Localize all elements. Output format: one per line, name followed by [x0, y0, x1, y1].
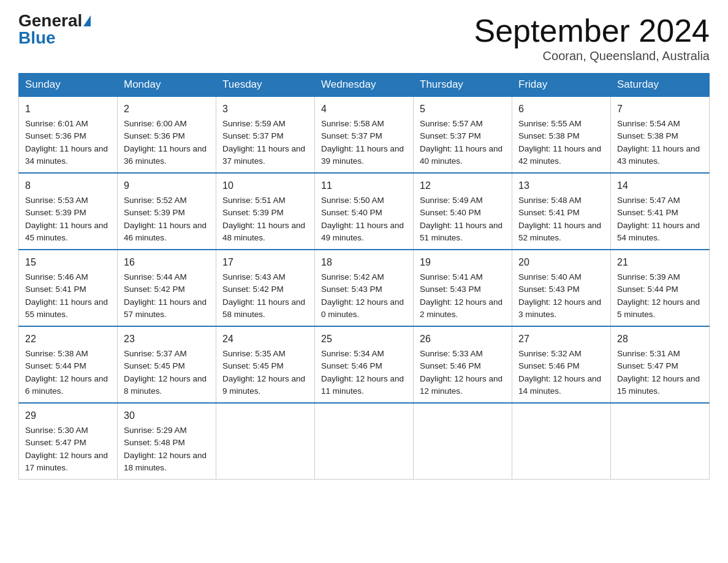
calendar-header-saturday: Saturday — [611, 74, 710, 97]
daylight-info: Daylight: 11 hours and 51 minutes. — [420, 220, 506, 245]
day-number: 19 — [420, 255, 506, 270]
calendar-week-row: 22Sunrise: 5:38 AMSunset: 5:44 PMDayligh… — [19, 326, 710, 403]
calendar-cell: 22Sunrise: 5:38 AMSunset: 5:44 PMDayligh… — [19, 326, 118, 403]
sunset-info: Sunset: 5:40 PM — [321, 207, 407, 219]
calendar-cell: 11Sunrise: 5:50 AMSunset: 5:40 PMDayligh… — [315, 173, 414, 250]
day-number: 21 — [617, 255, 703, 270]
daylight-info: Daylight: 11 hours and 40 minutes. — [420, 143, 506, 168]
sunrise-info: Sunrise: 5:53 AM — [25, 194, 111, 207]
day-number: 25 — [321, 332, 407, 347]
daylight-info: Daylight: 12 hours and 14 minutes. — [518, 373, 604, 398]
day-number: 26 — [420, 332, 506, 347]
daylight-info: Daylight: 11 hours and 36 minutes. — [124, 143, 210, 168]
sunset-info: Sunset: 5:41 PM — [518, 207, 604, 219]
sunset-info: Sunset: 5:44 PM — [25, 360, 111, 372]
daylight-info: Daylight: 12 hours and 12 minutes. — [420, 373, 506, 398]
calendar-cell: 18Sunrise: 5:42 AMSunset: 5:43 PMDayligh… — [315, 250, 414, 326]
daylight-info: Daylight: 11 hours and 49 minutes. — [321, 220, 407, 245]
sunrise-info: Sunrise: 5:30 AM — [25, 424, 111, 437]
sunset-info: Sunset: 5:41 PM — [25, 283, 111, 296]
day-number: 14 — [617, 178, 703, 193]
page-header: General Blue September 2024 Cooran, Quee… — [18, 12, 710, 63]
calendar-cell: 2Sunrise: 6:00 AMSunset: 5:36 PMDaylight… — [118, 96, 216, 173]
calendar-cell: 28Sunrise: 5:31 AMSunset: 5:47 PMDayligh… — [611, 326, 710, 403]
daylight-info: Daylight: 12 hours and 3 minutes. — [518, 296, 604, 321]
daylight-info: Daylight: 12 hours and 8 minutes. — [124, 373, 210, 398]
sunrise-info: Sunrise: 5:44 AM — [124, 271, 210, 283]
calendar-cell: 29Sunrise: 5:30 AMSunset: 5:47 PMDayligh… — [19, 403, 118, 480]
calendar-header-row: SundayMondayTuesdayWednesdayThursdayFrid… — [19, 74, 710, 97]
sunrise-info: Sunrise: 6:01 AM — [25, 118, 111, 130]
calendar-cell: 14Sunrise: 5:47 AMSunset: 5:41 PMDayligh… — [611, 173, 710, 250]
calendar-cell: 30Sunrise: 5:29 AMSunset: 5:48 PMDayligh… — [118, 403, 216, 480]
sunrise-info: Sunrise: 5:33 AM — [420, 348, 506, 360]
day-number: 29 — [25, 408, 111, 423]
logo-blue-text: Blue — [18, 29, 56, 47]
calendar-cell: 1Sunrise: 6:01 AMSunset: 5:36 PMDaylight… — [19, 96, 118, 173]
sunrise-info: Sunrise: 5:43 AM — [222, 271, 308, 283]
sunset-info: Sunset: 5:47 PM — [25, 437, 111, 449]
sunset-info: Sunset: 5:39 PM — [124, 207, 210, 219]
daylight-info: Daylight: 12 hours and 5 minutes. — [617, 296, 703, 321]
sunrise-info: Sunrise: 5:52 AM — [124, 194, 210, 207]
daylight-info: Daylight: 12 hours and 2 minutes. — [420, 296, 506, 321]
calendar-cell: 23Sunrise: 5:37 AMSunset: 5:45 PMDayligh… — [118, 326, 216, 403]
sunset-info: Sunset: 5:38 PM — [617, 130, 703, 142]
sunrise-info: Sunrise: 5:54 AM — [617, 118, 703, 130]
day-number: 17 — [222, 255, 308, 270]
logo-triangle-icon — [83, 15, 91, 26]
calendar-cell: 20Sunrise: 5:40 AMSunset: 5:43 PMDayligh… — [512, 250, 611, 326]
sunrise-info: Sunrise: 5:48 AM — [518, 194, 604, 207]
daylight-info: Daylight: 12 hours and 18 minutes. — [124, 450, 210, 475]
day-number: 30 — [124, 408, 210, 423]
day-number: 13 — [518, 178, 604, 193]
calendar-cell: 19Sunrise: 5:41 AMSunset: 5:43 PMDayligh… — [414, 250, 512, 326]
sunset-info: Sunset: 5:41 PM — [617, 207, 703, 219]
calendar-header-friday: Friday — [512, 74, 611, 97]
calendar-week-row: 29Sunrise: 5:30 AMSunset: 5:47 PMDayligh… — [19, 403, 710, 480]
sunset-info: Sunset: 5:48 PM — [124, 437, 210, 449]
day-number: 15 — [25, 255, 111, 270]
sunrise-info: Sunrise: 5:39 AM — [617, 271, 703, 283]
calendar-cell — [414, 403, 512, 480]
sunrise-info: Sunrise: 5:58 AM — [321, 118, 407, 130]
sunset-info: Sunset: 5:40 PM — [420, 207, 506, 219]
sunset-info: Sunset: 5:39 PM — [222, 207, 308, 219]
calendar-cell: 25Sunrise: 5:34 AMSunset: 5:46 PMDayligh… — [315, 326, 414, 403]
calendar-header-sunday: Sunday — [19, 74, 118, 97]
sunset-info: Sunset: 5:46 PM — [420, 360, 506, 372]
sunset-info: Sunset: 5:37 PM — [420, 130, 506, 142]
calendar-cell: 15Sunrise: 5:46 AMSunset: 5:41 PMDayligh… — [19, 250, 118, 326]
calendar-week-row: 15Sunrise: 5:46 AMSunset: 5:41 PMDayligh… — [19, 250, 710, 326]
calendar-cell — [315, 403, 414, 480]
day-number: 4 — [321, 102, 407, 117]
sunset-info: Sunset: 5:47 PM — [617, 360, 703, 372]
logo-general-text: General — [18, 12, 82, 29]
sunset-info: Sunset: 5:37 PM — [222, 130, 308, 142]
day-number: 5 — [420, 102, 506, 117]
calendar-week-row: 1Sunrise: 6:01 AMSunset: 5:36 PMDaylight… — [19, 96, 710, 173]
calendar-cell: 24Sunrise: 5:35 AMSunset: 5:45 PMDayligh… — [216, 326, 315, 403]
sunset-info: Sunset: 5:42 PM — [124, 283, 210, 296]
sunset-info: Sunset: 5:46 PM — [321, 360, 407, 372]
daylight-info: Daylight: 11 hours and 58 minutes. — [222, 296, 308, 321]
day-number: 10 — [222, 178, 308, 193]
day-number: 16 — [124, 255, 210, 270]
logo: General Blue — [18, 12, 91, 47]
sunrise-info: Sunrise: 5:32 AM — [518, 348, 604, 360]
calendar-cell: 8Sunrise: 5:53 AMSunset: 5:39 PMDaylight… — [19, 173, 118, 250]
day-number: 24 — [222, 332, 308, 347]
sunrise-info: Sunrise: 5:50 AM — [321, 194, 407, 207]
daylight-info: Daylight: 12 hours and 0 minutes. — [321, 296, 407, 321]
sunrise-info: Sunrise: 5:46 AM — [25, 271, 111, 283]
calendar-cell: 10Sunrise: 5:51 AMSunset: 5:39 PMDayligh… — [216, 173, 315, 250]
daylight-info: Daylight: 11 hours and 34 minutes. — [25, 143, 111, 168]
day-number: 23 — [124, 332, 210, 347]
day-number: 22 — [25, 332, 111, 347]
daylight-info: Daylight: 11 hours and 43 minutes. — [617, 143, 703, 168]
sunset-info: Sunset: 5:36 PM — [25, 130, 111, 142]
sunset-info: Sunset: 5:42 PM — [222, 283, 308, 296]
sunset-info: Sunset: 5:43 PM — [321, 283, 407, 296]
sunset-info: Sunset: 5:43 PM — [420, 283, 506, 296]
day-number: 12 — [420, 178, 506, 193]
